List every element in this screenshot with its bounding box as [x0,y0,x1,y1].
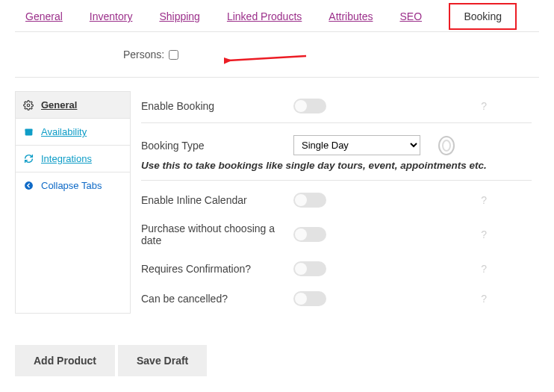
arrow-left-circle-icon [23,181,34,190]
help-icon[interactable]: ? [481,228,487,240]
annotation-arrow-icon [224,52,314,68]
sidebar-item-integrations[interactable]: Integrations [16,146,130,172]
footer-actions: Add Product Save Draft [15,314,539,376]
toggle-cancellable[interactable] [293,291,326,306]
add-product-button[interactable]: Add Product [15,345,115,376]
field-label-cancellable: Can be cancelled? [141,293,283,305]
tab-seo[interactable]: SEO [399,10,422,22]
svg-rect-3 [25,129,32,131]
tab-inventory[interactable]: Inventory [90,10,133,22]
help-icon[interactable]: ? [481,293,487,305]
persons-label: Persons: [123,49,164,60]
field-label-inline-calendar: Enable Inline Calendar [141,194,283,206]
toggle-enable-booking[interactable] [293,99,326,113]
save-draft-button[interactable]: Save Draft [118,345,207,376]
booking-type-hint: Use this to take bookings like single da… [141,158,532,178]
sidebar-item-label: Availability [41,126,87,137]
tab-attributes[interactable]: Attributes [329,10,373,22]
tab-general[interactable]: General [25,10,63,22]
toggle-requires-confirmation[interactable] [293,261,326,276]
field-label-booking-type: Booking Type [141,140,283,152]
persons-row: Persons: [15,32,539,78]
field-label-enable-booking: Enable Booking [141,100,283,112]
sidebar-item-label: General [41,99,77,111]
tab-booking-highlight: Booking [449,3,517,30]
persons-checkbox[interactable] [169,50,178,60]
sidebar: General Availability Integrations Collap… [15,91,131,314]
svg-line-0 [228,56,306,60]
help-icon[interactable]: ? [481,263,487,275]
help-icon[interactable]: ? [481,100,487,112]
sidebar-item-label: Integrations [41,153,92,164]
field-label-requires-confirmation: Requires Confirmation? [141,263,283,275]
svg-point-1 [27,104,30,107]
sidebar-item-general[interactable]: General [16,92,130,119]
tab-booking[interactable]: Booking [464,10,502,22]
gear-icon [23,100,34,111]
svg-point-4 [25,181,33,190]
calendar-icon [23,127,34,137]
refresh-icon [23,154,34,164]
sidebar-item-collapse[interactable]: Collapse Tabs [16,172,130,199]
help-icon[interactable]: ? [481,194,487,206]
field-label-purchase-no-date: Purchase without choosing a date [141,223,283,246]
sidebar-item-availability[interactable]: Availability [16,119,130,146]
tab-linked-products[interactable]: Linked Products [227,10,302,22]
main-settings: Enable Booking ? Booking Type Single Day… [141,91,539,314]
sidebar-item-label: Collapse Tabs [41,180,102,191]
top-tabs: General Inventory Shipping Linked Produc… [15,10,539,32]
select-booking-type[interactable]: Single Day [293,135,420,155]
tab-shipping[interactable]: Shipping [159,10,200,22]
toggle-inline-calendar[interactable] [293,193,326,208]
toggle-purchase-no-date[interactable] [293,227,326,242]
fingerprint-icon [438,136,455,155]
